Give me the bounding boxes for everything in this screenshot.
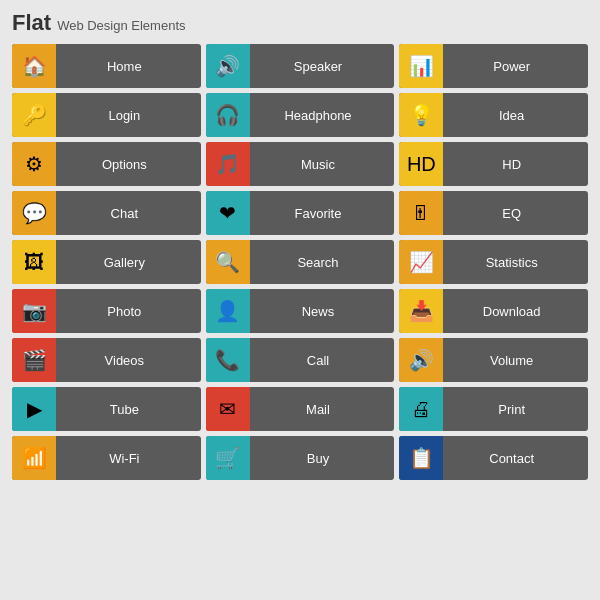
grid-item-contact[interactable]: 📋Contact — [399, 436, 588, 480]
grid-item-volume[interactable]: 🔊Volume — [399, 338, 588, 382]
grid-item-search[interactable]: 🔍Search — [206, 240, 395, 284]
label-wi-fi: Wi-Fi — [56, 451, 201, 466]
icon-login: 🔑 — [12, 93, 56, 137]
grid-item-favorite[interactable]: ❤Favorite — [206, 191, 395, 235]
label-chat: Chat — [56, 206, 201, 221]
icon-options: ⚙ — [12, 142, 56, 186]
header: Flat Web Design Elements — [12, 10, 588, 36]
label-search: Search — [250, 255, 395, 270]
label-statistics: Statistics — [443, 255, 588, 270]
icon-mail: ✉ — [206, 387, 250, 431]
icon-idea: 💡 — [399, 93, 443, 137]
icon-speaker: 🔊 — [206, 44, 250, 88]
grid-item-login[interactable]: 🔑Login — [12, 93, 201, 137]
grid-item-chat[interactable]: 💬Chat — [12, 191, 201, 235]
icon-eq: 🎚 — [399, 191, 443, 235]
header-flat: Flat — [12, 10, 51, 36]
grid-item-hd[interactable]: HDHD — [399, 142, 588, 186]
grid-item-photo[interactable]: 📷Photo — [12, 289, 201, 333]
icon-buy: 🛒 — [206, 436, 250, 480]
icon-gallery: 🖼 — [12, 240, 56, 284]
icon-call: 📞 — [206, 338, 250, 382]
grid-item-statistics[interactable]: 📈Statistics — [399, 240, 588, 284]
icon-music: 🎵 — [206, 142, 250, 186]
icon-print: 🖨 — [399, 387, 443, 431]
grid-item-music[interactable]: 🎵Music — [206, 142, 395, 186]
label-buy: Buy — [250, 451, 395, 466]
label-volume: Volume — [443, 353, 588, 368]
icon-hd: HD — [399, 142, 443, 186]
icon-search: 🔍 — [206, 240, 250, 284]
icon-grid: 🏠Home🔊Speaker📊Power🔑Login🎧Headphone💡Idea… — [12, 44, 588, 480]
label-videos: Videos — [56, 353, 201, 368]
label-tube: Tube — [56, 402, 201, 417]
label-music: Music — [250, 157, 395, 172]
label-gallery: Gallery — [56, 255, 201, 270]
grid-item-call[interactable]: 📞Call — [206, 338, 395, 382]
label-download: Download — [443, 304, 588, 319]
icon-headphone: 🎧 — [206, 93, 250, 137]
icon-news: 👤 — [206, 289, 250, 333]
header-subtitle: Web Design Elements — [57, 18, 185, 33]
grid-item-eq[interactable]: 🎚EQ — [399, 191, 588, 235]
icon-wi-fi: 📶 — [12, 436, 56, 480]
grid-item-news[interactable]: 👤News — [206, 289, 395, 333]
grid-item-buy[interactable]: 🛒Buy — [206, 436, 395, 480]
grid-item-options[interactable]: ⚙Options — [12, 142, 201, 186]
grid-item-tube[interactable]: ▶Tube — [12, 387, 201, 431]
icon-statistics: 📈 — [399, 240, 443, 284]
label-eq: EQ — [443, 206, 588, 221]
icon-contact: 📋 — [399, 436, 443, 480]
icon-download: 📥 — [399, 289, 443, 333]
icon-chat: 💬 — [12, 191, 56, 235]
label-speaker: Speaker — [250, 59, 395, 74]
icon-photo: 📷 — [12, 289, 56, 333]
grid-item-gallery[interactable]: 🖼Gallery — [12, 240, 201, 284]
icon-videos: 🎬 — [12, 338, 56, 382]
icon-tube: ▶ — [12, 387, 56, 431]
grid-item-print[interactable]: 🖨Print — [399, 387, 588, 431]
icon-home: 🏠 — [12, 44, 56, 88]
label-mail: Mail — [250, 402, 395, 417]
label-news: News — [250, 304, 395, 319]
label-power: Power — [443, 59, 588, 74]
icon-favorite: ❤ — [206, 191, 250, 235]
page: Flat Web Design Elements 🏠Home🔊Speaker📊P… — [0, 0, 600, 600]
grid-item-headphone[interactable]: 🎧Headphone — [206, 93, 395, 137]
label-print: Print — [443, 402, 588, 417]
label-home: Home — [56, 59, 201, 74]
label-call: Call — [250, 353, 395, 368]
label-headphone: Headphone — [250, 108, 395, 123]
icon-power: 📊 — [399, 44, 443, 88]
grid-item-home[interactable]: 🏠Home — [12, 44, 201, 88]
grid-item-idea[interactable]: 💡Idea — [399, 93, 588, 137]
grid-item-mail[interactable]: ✉Mail — [206, 387, 395, 431]
grid-item-download[interactable]: 📥Download — [399, 289, 588, 333]
label-hd: HD — [443, 157, 588, 172]
label-favorite: Favorite — [250, 206, 395, 221]
grid-item-wi-fi[interactable]: 📶Wi-Fi — [12, 436, 201, 480]
grid-item-power[interactable]: 📊Power — [399, 44, 588, 88]
icon-volume: 🔊 — [399, 338, 443, 382]
label-options: Options — [56, 157, 201, 172]
label-photo: Photo — [56, 304, 201, 319]
label-idea: Idea — [443, 108, 588, 123]
label-login: Login — [56, 108, 201, 123]
grid-item-speaker[interactable]: 🔊Speaker — [206, 44, 395, 88]
grid-item-videos[interactable]: 🎬Videos — [12, 338, 201, 382]
label-contact: Contact — [443, 451, 588, 466]
